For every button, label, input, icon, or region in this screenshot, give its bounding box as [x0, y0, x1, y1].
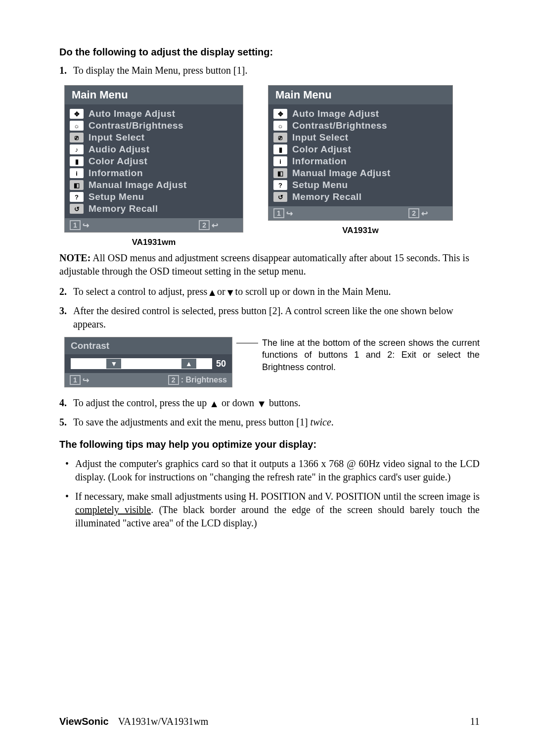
move-icon: ✥	[273, 109, 287, 119]
osd-item-label: Color Adjust	[292, 144, 351, 155]
osd-item-label: Memory Recall	[292, 191, 362, 202]
bullet-dot: •	[65, 457, 75, 471]
bullet-underline: completely visible	[75, 504, 151, 515]
contrast-slider: ▼ ▲	[71, 358, 212, 369]
contrast-title: Contrast	[65, 337, 232, 354]
step-text: to scroll up or down in the Main Menu.	[235, 286, 391, 297]
osd-item-label: Contrast/Brightness	[292, 120, 387, 131]
bullet-2: • If necessary, make small adjustments u…	[59, 490, 480, 530]
osd-contrast-panel: Contrast ▼ ▲ 50 1↪ 2: Brightness	[64, 337, 232, 387]
bullet-text: If necessary, make small adjustments usi…	[75, 491, 480, 502]
step-number: 4.	[59, 396, 73, 410]
triangle-up-icon: ▲	[181, 359, 196, 369]
step-text: To save the adjustments and exit the men…	[73, 417, 311, 427]
triangle-down-icon: ▼	[225, 286, 235, 299]
step-text: To select a control to adjust, press	[73, 286, 207, 297]
note-label: NOTE:	[59, 252, 90, 263]
color-icon: ▮	[273, 144, 287, 154]
manual-icon: ◧	[273, 168, 287, 178]
contrast-foot-key-1: 1	[70, 375, 81, 385]
panel-caption-left: VA1931wm	[132, 237, 176, 247]
osd-item-label: Setup Menu	[89, 191, 144, 202]
osd-item-label: Audio Adjust	[89, 144, 150, 155]
recall-icon: ↺	[70, 204, 84, 214]
osd-item-label: Auto Image Adjust	[292, 108, 379, 119]
contrast-explain: The line at the bottom of the screen sho…	[262, 337, 480, 373]
osd-footer-key-2: 2	[408, 208, 419, 218]
osd-item-label: Information	[292, 156, 347, 167]
brightness-icon: ☼	[70, 121, 84, 131]
bullet-dot: •	[65, 490, 75, 503]
osd-item-label: Contrast/Brightness	[89, 120, 183, 131]
section-heading: Do the following to adjust the display s…	[59, 47, 480, 58]
step-number: 5.	[59, 416, 73, 429]
step-5: 5. To save the adjustments and exit the …	[59, 416, 480, 429]
triangle-down-icon: ▼	[257, 397, 267, 411]
step-text: After the desired control is selected, p…	[73, 304, 480, 331]
step-number: 1.	[59, 64, 73, 77]
triangle-up-icon: ▲	[209, 397, 219, 411]
triangle-down-icon: ▼	[106, 359, 121, 369]
step-4: 4. To adjust the control, press the up ▲…	[59, 396, 480, 410]
step-2: 2. To select a control to adjust, press▲…	[59, 285, 480, 298]
contrast-value: 50	[216, 359, 226, 369]
tips-heading: The following tips may help you optimize…	[59, 439, 480, 450]
osd-item-label: Input Select	[89, 132, 145, 143]
manual-icon: ◧	[70, 180, 84, 190]
osd-main-menu-right: Main Menu ✥Auto Image Adjust ☼Contrast/B…	[268, 85, 453, 221]
osd-item-label: Information	[89, 168, 143, 179]
brightness-icon: ☼	[273, 121, 287, 131]
input-icon: ⎚	[70, 133, 84, 142]
step-text: or	[217, 286, 225, 297]
move-icon: ✥	[70, 109, 84, 119]
osd-footer-key-2: 2	[199, 220, 210, 230]
osd-item-label: Color Adjust	[89, 156, 147, 167]
step-italic: twice	[311, 417, 331, 427]
osd-item-label: Setup Menu	[292, 180, 348, 190]
step-3: 3. After the desired control is selected…	[59, 304, 480, 331]
bullet-1: • Adjust the computer's graphics card so…	[59, 457, 480, 484]
step-text: To display the Main Menu, press button […	[73, 64, 480, 77]
note-text: All OSD menus and adjustment screens dis…	[59, 252, 469, 277]
step-1: 1. To display the Main Menu, press butto…	[59, 64, 480, 77]
bullet-text: Adjust the computer's graphics card so t…	[75, 457, 480, 484]
footer-model: VA1931w/VA1931wm	[118, 716, 209, 727]
osd-item-label: Manual Image Adjust	[89, 180, 187, 190]
osd-footer-key-1: 1	[273, 208, 284, 218]
note-block: NOTE: All OSD menus and adjustment scree…	[59, 251, 480, 278]
osd-main-menu-left: Main Menu ✥Auto Image Adjust ☼Contrast/B…	[64, 85, 243, 233]
step-text: .	[331, 417, 334, 427]
recall-icon: ↺	[273, 192, 287, 202]
contrast-foot-label: : Brightness	[181, 376, 227, 384]
step-text: or down	[219, 397, 257, 408]
osd-title: Main Menu	[268, 86, 452, 104]
enter-arrow-icon: ↩	[212, 221, 218, 230]
panel-caption-right: VA1931w	[342, 226, 378, 236]
exit-arrow-icon: ↪	[83, 221, 89, 230]
setup-icon: ?	[70, 192, 84, 202]
step-text: buttons.	[267, 397, 301, 408]
setup-icon: ?	[273, 180, 287, 190]
step-number: 2.	[59, 285, 73, 298]
page-number: 11	[470, 716, 480, 727]
triangle-up-icon: ▲	[207, 286, 217, 299]
enter-arrow-icon: ↩	[421, 209, 428, 218]
osd-title: Main Menu	[65, 86, 243, 104]
osd-item-label: Input Select	[292, 132, 349, 143]
info-icon: i	[273, 156, 287, 166]
osd-item-label: Memory Recall	[89, 203, 158, 214]
step-number: 3.	[59, 304, 73, 318]
exit-arrow-icon: ↪	[83, 376, 89, 385]
input-icon: ⎚	[273, 133, 287, 142]
osd-item-label: Auto Image Adjust	[89, 108, 176, 119]
color-icon: ▮	[70, 156, 84, 166]
contrast-foot-key-2: 2	[168, 375, 179, 385]
exit-arrow-icon: ↪	[286, 209, 293, 218]
contrast-explain-text: The line at the bottom of the screen sho…	[262, 338, 480, 372]
info-icon: i	[70, 168, 84, 178]
audio-icon: ♪	[70, 144, 84, 154]
footer-brand: ViewSonic	[59, 716, 109, 727]
leader-line	[236, 343, 258, 343]
osd-item-label: Manual Image Adjust	[292, 168, 391, 179]
step-text: To adjust the control, press the up	[73, 397, 209, 408]
